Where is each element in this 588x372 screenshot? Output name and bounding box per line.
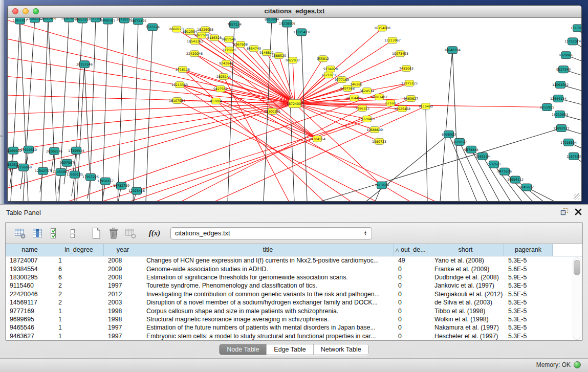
network-node[interactable]: 7632621 — [487, 161, 501, 168]
network-node[interactable]: 2967608 — [233, 41, 248, 48]
network-node[interactable]: 8471676 — [497, 168, 512, 175]
table-row[interactable]: 911546021997Tourette syndrome. Phenomeno… — [6, 281, 582, 290]
float-panel-icon[interactable] — [560, 208, 569, 215]
network-node[interactable]: 2718126 — [176, 67, 190, 73]
network-node[interactable]: 8454749 — [247, 46, 261, 52]
vertical-scrollbar[interactable] — [573, 257, 581, 340]
table-row[interactable]: 977716911998Corpus callosum shape and si… — [6, 307, 582, 315]
network-node[interactable]: 16154808 — [374, 25, 390, 31]
network-node[interactable]: 9397587 — [60, 159, 74, 166]
network-node[interactable]: 6879197 — [452, 138, 467, 145]
column-header-short[interactable]: short — [427, 244, 504, 256]
delete-table-button-disabled[interactable] — [123, 226, 139, 241]
network-node[interactable]: 1413614 — [375, 182, 389, 189]
table-select-dropdown[interactable]: citations_edges.txt ▲▼ — [170, 227, 372, 239]
network-node[interactable]: 9822037 — [286, 57, 300, 63]
network-node[interactable]: 15720407 — [359, 116, 375, 122]
network-node[interactable]: 15751074 — [564, 38, 581, 45]
network-node[interactable]: 8186328 — [207, 35, 222, 41]
network-node[interactable]: 1621073 — [321, 72, 336, 78]
column-header-name[interactable]: name — [6, 244, 54, 256]
network-node[interactable]: 62160 — [385, 100, 396, 106]
tab-edge-table[interactable]: Edge Table — [267, 344, 313, 355]
network-node[interactable]: 9329966 — [559, 52, 573, 59]
network-edge[interactable] — [11, 20, 20, 201]
close-panel-icon[interactable] — [575, 208, 582, 215]
network-node[interactable]: 10807487 — [371, 94, 387, 100]
network-node[interactable]: 10973493 — [392, 51, 408, 57]
network-node[interactable]: 12923446 — [128, 187, 145, 194]
network-node[interactable]: 1588520 — [272, 53, 286, 59]
select-all-columns-button[interactable] — [48, 226, 63, 241]
network-node[interactable]: 15892971 — [553, 124, 570, 132]
window-resize-grip[interactable] — [574, 193, 580, 200]
network-edge[interactable] — [8, 95, 295, 104]
memory-ok-indicator[interactable] — [574, 361, 581, 368]
network-node[interactable]: 9827509 — [194, 32, 209, 38]
network-edge[interactable] — [195, 41, 295, 104]
network-node[interactable]: 8813054 — [265, 18, 279, 23]
network-node[interactable]: 9245652 — [519, 184, 534, 191]
network-edge[interactable] — [23, 19, 35, 201]
network-node[interactable]: 9474444 — [464, 146, 478, 153]
network-node[interactable]: 13958167 — [97, 178, 114, 185]
network-node[interactable]: 746266 — [350, 81, 362, 87]
function-builder-button[interactable]: f(x) — [147, 226, 162, 241]
network-node[interactable]: 25269500 — [8, 147, 21, 154]
network-edge[interactable] — [194, 54, 317, 139]
network-node[interactable]: 9227349 — [556, 66, 571, 73]
table-row[interactable]: 946362711997Embryonic stem cells: a mode… — [6, 332, 582, 340]
network-node[interactable]: 6466161 — [101, 18, 115, 24]
table-row[interactable]: 946554611997Estimation of the future num… — [6, 323, 582, 332]
table-row[interactable]: 969969511998Structural magnetic resonanc… — [6, 315, 582, 323]
network-edge[interactable] — [426, 106, 427, 201]
network-node[interactable]: 19218506 — [279, 20, 295, 27]
network-node[interactable]: 12942757 — [35, 167, 51, 174]
network-edge[interactable] — [84, 64, 90, 171]
network-edge[interactable] — [293, 60, 295, 104]
network-node[interactable]: 16648784 — [444, 47, 461, 54]
table-row[interactable]: 1938455462009Genome-wide association stu… — [6, 265, 582, 273]
network-node[interactable]: 18107554 — [169, 98, 185, 104]
network-edge[interactable] — [77, 64, 84, 201]
network-node[interactable]: 20206576 — [46, 147, 62, 155]
network-node[interactable]: 14671355 — [130, 18, 146, 25]
network-node[interactable]: 7957224 — [227, 21, 242, 28]
table-row[interactable]: 1872400712008Changes of HCN gene express… — [6, 256, 582, 265]
network-edge[interactable] — [452, 50, 459, 201]
network-node[interactable]: 18226058 — [197, 27, 213, 33]
network-node[interactable]: 22420046 — [186, 51, 203, 57]
network-node[interactable]: 20891406 — [40, 18, 56, 22]
network-node[interactable]: 1117864 — [571, 25, 581, 32]
network-edge[interactable] — [118, 19, 124, 201]
network-node[interactable]: 12213967 — [384, 37, 401, 43]
network-node[interactable]: 18724007 — [287, 100, 303, 108]
network-node[interactable]: 12444134 — [550, 95, 567, 102]
network-canvas[interactable]: 1963307140557122089140616367602106532871… — [8, 18, 581, 201]
network-edge[interactable] — [177, 101, 397, 201]
network-node[interactable]: 16782759 — [113, 182, 129, 189]
window-titlebar[interactable]: citations_edges.txt — [8, 6, 581, 18]
table-row[interactable]: 1456911722003Disruption of a novel membe… — [6, 298, 582, 307]
network-node[interactable]: 2935114 — [475, 152, 490, 160]
column-header-out_de[interactable]: △out_de... — [394, 244, 427, 256]
network-node[interactable]: 1167533 — [567, 152, 581, 160]
table-mode-button[interactable] — [13, 226, 28, 241]
create-column-button[interactable] — [89, 226, 104, 241]
unselect-all-columns-button[interactable] — [65, 226, 80, 241]
network-edge[interactable] — [301, 32, 307, 201]
network-node[interactable]: 1963307 — [13, 18, 27, 24]
column-header-year[interactable]: year — [104, 244, 142, 256]
network-edge[interactable] — [440, 50, 452, 201]
network-node[interactable]: 9242848 — [219, 60, 233, 67]
network-node[interactable]: 8860123 — [169, 26, 184, 32]
network-node[interactable]: 16543362 — [187, 38, 203, 45]
network-node[interactable]: 955812 — [317, 56, 329, 62]
network-node[interactable]: 17957225 — [82, 173, 99, 181]
network-node[interactable]: 9777169 — [335, 77, 349, 83]
table-row[interactable]: 2242004622012Investigating the contribut… — [6, 290, 582, 298]
network-edge[interactable] — [146, 27, 153, 201]
network-node[interactable]: 417004 — [210, 98, 222, 104]
network-edge[interactable] — [20, 20, 28, 201]
network-node[interactable]: 18300295 — [264, 108, 280, 115]
